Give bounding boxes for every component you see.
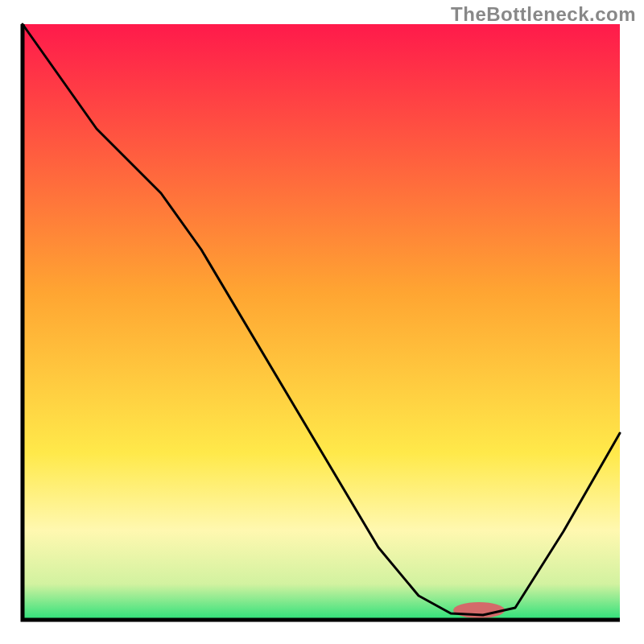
chart-canvas: TheBottleneck.com bbox=[0, 0, 644, 644]
chart-svg bbox=[0, 0, 644, 644]
plot-background bbox=[23, 24, 620, 620]
